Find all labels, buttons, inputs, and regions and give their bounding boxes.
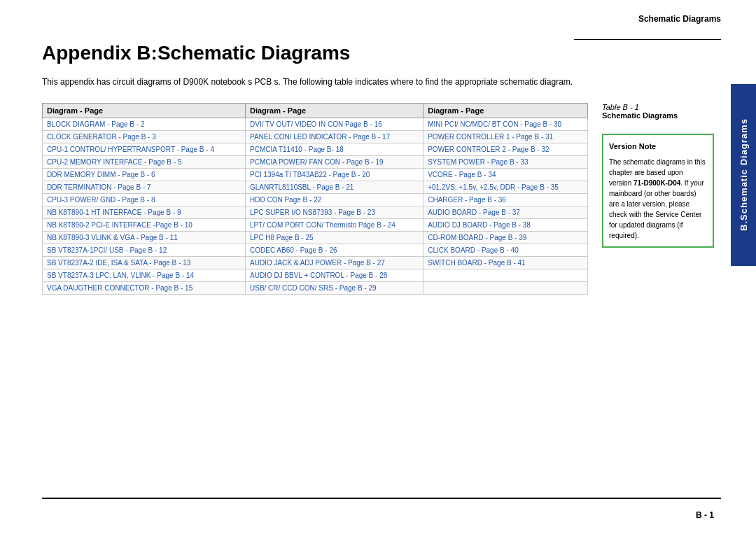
top-right-label: Schematic Diagrams (638, 14, 721, 24)
table-cell-col2[interactable]: GLANRTL8110SBL - Page B - 21 (246, 181, 424, 194)
version-note-title: Version Note (609, 141, 707, 153)
table-cell-col1[interactable]: BLOCK DIAGRAM - Page B - 2 (43, 118, 246, 131)
table-cell-col3[interactable] (424, 282, 588, 295)
table-cell-col2[interactable]: LPC H8 Page B - 25 (246, 232, 424, 244)
right-tab-label: B.Schematic Diagrams (738, 119, 749, 232)
footer-page-number: B - 1 (696, 510, 714, 520)
table-cell-col3[interactable]: +01.2VS, +1.5v, +2.5v, DDR - Page B - 35 (424, 181, 588, 194)
table-cell-col2[interactable]: AUDIO DJ BBVL + CONTROL - Page B - 28 (246, 269, 424, 282)
table-row: NB K8T890-1 HT INTERFACE - Page B - 9LPC… (43, 206, 588, 219)
table-cell-col3[interactable]: POWER CONTROLER 2 - Page B - 32 (424, 143, 588, 156)
table-cell-col3[interactable]: AUDIO DJ BOARD - Page B - 38 (424, 219, 588, 232)
table-caption-bold: Schematic Diagrams (602, 111, 678, 120)
table-cell-col1[interactable]: SB VT8237A-1PCI/ USB - Page B - 12 (43, 244, 246, 257)
table-cell-col1[interactable]: VGA DAUGTHER CONNECTOR - Page B - 15 (43, 282, 246, 295)
side-notes: Table B - 1 Schematic Diagrams Version N… (602, 103, 714, 295)
col2-header: Diagram - Page (246, 104, 424, 118)
table-cell-col1[interactable]: DDR TERMINATION - Page B - 7 (43, 181, 246, 194)
table-cell-col2[interactable]: DVI/ TV OUT/ VIDEO IN CON Page B - 16 (246, 118, 424, 131)
table-row: NB K8T890-3 VLINK & VGA - Page B - 11LPC… (43, 232, 588, 244)
table-row: BLOCK DIAGRAM - Page B - 2DVI/ TV OUT/ V… (43, 118, 588, 131)
header-area: Schematic Diagrams Appendix B:Schematic … (0, 0, 756, 89)
table-cell-col1[interactable]: NB K8T890-1 HT INTERFACE - Page B - 9 (43, 206, 246, 219)
col3-header: Diagram - Page (424, 104, 588, 118)
table-row: NB K8T890-2 PCI-E INTERFACE -Page B - 10… (43, 219, 588, 232)
page-container: B.Schematic Diagrams Schematic Diagrams … (0, 0, 756, 534)
table-caption: Table B - 1 Schematic Diagrams (602, 103, 714, 120)
table-cell-col2[interactable]: USB/ CR/ CCD CON/ SRS - Page B - 29 (246, 282, 424, 295)
intro-text: This appendix has circuit diagrams of D9… (42, 76, 588, 89)
table-cell-col2[interactable]: HDD CON Page B - 22 (246, 194, 424, 206)
table-cell-col3[interactable]: VCORE - Page B - 34 (424, 169, 588, 181)
table-row: SB VT8237A-3 LPC, LAN, VLINK - Page B - … (43, 269, 588, 282)
table-cell-col1[interactable]: DDR MEMORY DIMM - Page B - 6 (43, 169, 246, 181)
table-cell-col3[interactable]: CHARGER - Page B - 36 (424, 194, 588, 206)
version-note-box: Version Note The schematic diagrams in t… (602, 134, 714, 248)
table-cell-col3[interactable]: MINI PCI/ NC/MDC/ BT CON - Page B - 30 (424, 118, 588, 131)
table-cell-col2[interactable]: PCMCIA T11410 - Page B- 18 (246, 143, 424, 156)
table-row: CPU-1 CONTROL/ HYPERTRANSPORT - Page B -… (43, 143, 588, 156)
main-content: Diagram - Page Diagram - Page Diagram - … (0, 103, 756, 295)
table-row: SB VT8237A-2 IDE, ISA & SATA - Page B - … (43, 257, 588, 269)
table-cell-col2[interactable]: AUDIO JACK & ADJ POWER - Page B - 27 (246, 257, 424, 269)
table-cell-col3[interactable] (424, 269, 588, 282)
table-cell-col2[interactable]: LPT/ COM PORT CON/ Thermisto Page B - 24 (246, 219, 424, 232)
table-cell-col2[interactable]: PCI 1394a TI TB43AB22 - Page B - 20 (246, 169, 424, 181)
table-row: CPU-3 POWER/ GND - Page B - 8HDD CON Pag… (43, 194, 588, 206)
table-row: CLOCK GENERATOR - Page B - 3PANEL CON/ L… (43, 131, 588, 143)
table-cell-col1[interactable]: SB VT8237A-3 LPC, LAN, VLINK - Page B - … (43, 269, 246, 282)
table-cell-col2[interactable]: CODEC AB60 - Page B - 26 (246, 244, 424, 257)
page-title: Appendix B:Schematic Diagrams (42, 42, 714, 64)
table-cell-col3[interactable]: SYSTEM POWER - Page B - 33 (424, 156, 588, 169)
table-cell-col1[interactable]: CPU-2 MEMORY INTERFACE - Page B - 5 (43, 156, 246, 169)
table-cell-col3[interactable]: CD-ROM BOARD - Page B - 39 (424, 232, 588, 244)
right-tab: B.Schematic Diagrams (731, 84, 756, 266)
table-cell-col1[interactable]: CLOCK GENERATOR - Page B - 3 (43, 131, 246, 143)
table-cell-col1[interactable]: CPU-3 POWER/ GND - Page B - 8 (43, 194, 246, 206)
col1-header: Diagram - Page (43, 104, 246, 118)
table-cell-col2[interactable]: PANEL CON/ LED INDICATOR - Page B - 17 (246, 131, 424, 143)
table-cell-col3[interactable]: SWITCH BOARD - Page B - 41 (424, 257, 588, 269)
table-cell-col3[interactable]: AUDIO BOARD - Page B - 37 (424, 206, 588, 219)
table-cell-col1[interactable]: SB VT8237A-2 IDE, ISA & SATA - Page B - … (43, 257, 246, 269)
table-cell-col2[interactable]: PCMCIA POWER/ FAN CON - Page B - 19 (246, 156, 424, 169)
table-cell-col2[interactable]: LPC SUPER I/O NS87393 - Page B - 23 (246, 206, 424, 219)
table-cell-col1[interactable]: NB K8T890-3 VLINK & VGA - Page B - 11 (43, 232, 246, 244)
table-row: CPU-2 MEMORY INTERFACE - Page B - 5PCMCI… (43, 156, 588, 169)
table-cell-col3[interactable]: CLICK BOARD - Page B - 40 (424, 244, 588, 257)
table-cell-col3[interactable]: POWER CONTROLLER 1 - Page B - 31 (424, 131, 588, 143)
version-note-text: The schematic diagrams in this chapter a… (609, 158, 706, 239)
table-cell-col1[interactable]: NB K8T890-2 PCI-E INTERFACE -Page B - 10 (43, 219, 246, 232)
diagram-table: Diagram - Page Diagram - Page Diagram - … (42, 103, 588, 295)
table-row: DDR TERMINATION - Page B - 7GLANRTL8110S… (43, 181, 588, 194)
table-cell-col1[interactable]: CPU-1 CONTROL/ HYPERTRANSPORT - Page B -… (43, 143, 246, 156)
table-row: DDR MEMORY DIMM - Page B - 6PCI 1394a TI… (43, 169, 588, 181)
table-row: VGA DAUGTHER CONNECTOR - Page B - 15USB/… (43, 282, 588, 295)
footer-line (42, 498, 721, 499)
table-row: SB VT8237A-1PCI/ USB - Page B - 12CODEC … (43, 244, 588, 257)
table-section: Diagram - Page Diagram - Page Diagram - … (42, 103, 588, 295)
table-caption-italic: Table B - 1 (602, 103, 639, 111)
